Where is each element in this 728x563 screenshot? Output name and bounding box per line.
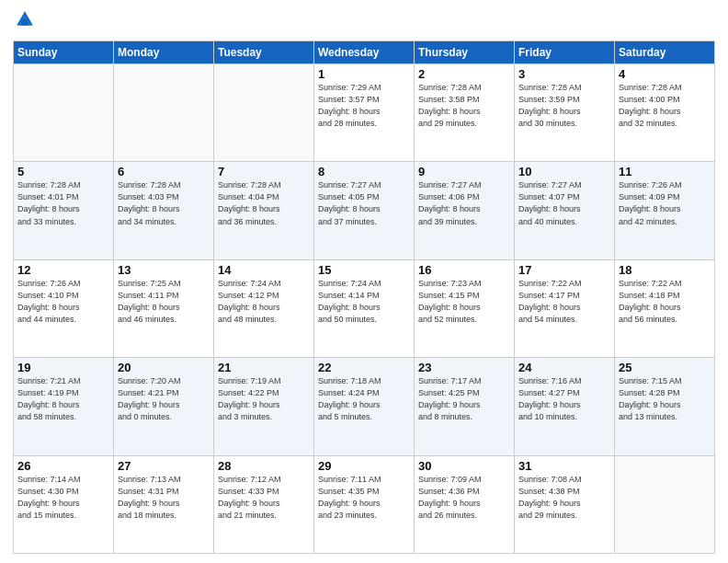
day-info: Sunrise: 7:18 AM Sunset: 4:24 PM Dayligh… — [318, 375, 410, 423]
day-info: Sunrise: 7:24 AM Sunset: 4:12 PM Dayligh… — [218, 278, 310, 326]
day-info: Sunrise: 7:27 AM Sunset: 4:06 PM Dayligh… — [418, 179, 510, 227]
day-cell: 1Sunrise: 7:29 AM Sunset: 3:57 PM Daylig… — [314, 64, 415, 162]
day-number: 31 — [518, 459, 610, 473]
day-cell: 8Sunrise: 7:27 AM Sunset: 4:05 PM Daylig… — [314, 162, 415, 259]
day-cell: 25Sunrise: 7:15 AM Sunset: 4:28 PM Dayli… — [615, 358, 715, 455]
day-info: Sunrise: 7:16 AM Sunset: 4:27 PM Dayligh… — [518, 375, 610, 423]
day-info: Sunrise: 7:08 AM Sunset: 4:38 PM Dayligh… — [518, 474, 610, 522]
day-cell — [114, 64, 214, 162]
day-info: Sunrise: 7:21 AM Sunset: 4:19 PM Dayligh… — [17, 375, 109, 423]
calendar-page: SundayMondayTuesdayWednesdayThursdayFrid… — [0, 0, 728, 563]
calendar-table: SundayMondayTuesdayWednesdayThursdayFrid… — [13, 40, 715, 554]
day-number: 5 — [17, 165, 109, 178]
day-cell: 17Sunrise: 7:22 AM Sunset: 4:17 PM Dayli… — [515, 259, 615, 357]
day-info: Sunrise: 7:19 AM Sunset: 4:22 PM Dayligh… — [218, 375, 310, 423]
day-number: 29 — [318, 459, 410, 473]
day-number: 22 — [318, 361, 410, 374]
day-cell: 14Sunrise: 7:24 AM Sunset: 4:12 PM Dayli… — [214, 259, 314, 357]
day-info: Sunrise: 7:28 AM Sunset: 3:58 PM Dayligh… — [418, 82, 510, 130]
day-number: 30 — [418, 459, 510, 473]
week-row-5: 26Sunrise: 7:14 AM Sunset: 4:30 PM Dayli… — [14, 455, 715, 553]
day-cell: 26Sunrise: 7:14 AM Sunset: 4:30 PM Dayli… — [14, 455, 114, 553]
day-number: 9 — [418, 165, 510, 178]
day-info: Sunrise: 7:14 AM Sunset: 4:30 PM Dayligh… — [17, 474, 109, 522]
day-cell: 9Sunrise: 7:27 AM Sunset: 4:06 PM Daylig… — [415, 162, 515, 259]
day-number: 11 — [619, 165, 711, 178]
day-cell: 20Sunrise: 7:20 AM Sunset: 4:21 PM Dayli… — [114, 358, 214, 455]
day-number: 19 — [17, 361, 109, 374]
day-number: 26 — [17, 459, 109, 473]
day-number: 13 — [118, 263, 210, 277]
day-number: 17 — [518, 263, 610, 277]
weekday-header-wednesday: Wednesday — [314, 41, 415, 64]
day-cell: 19Sunrise: 7:21 AM Sunset: 4:19 PM Dayli… — [14, 358, 114, 455]
day-number: 1 — [318, 67, 410, 81]
svg-rect-2 — [21, 18, 28, 25]
day-cell: 15Sunrise: 7:24 AM Sunset: 4:14 PM Dayli… — [314, 259, 415, 357]
day-number: 7 — [218, 165, 310, 178]
weekday-header-saturday: Saturday — [615, 41, 715, 64]
day-cell: 21Sunrise: 7:19 AM Sunset: 4:22 PM Dayli… — [214, 358, 314, 455]
day-number: 6 — [118, 165, 210, 178]
day-cell: 22Sunrise: 7:18 AM Sunset: 4:24 PM Dayli… — [314, 358, 415, 455]
day-number: 4 — [619, 67, 711, 81]
day-cell: 7Sunrise: 7:28 AM Sunset: 4:04 PM Daylig… — [214, 162, 314, 259]
weekday-header-sunday: Sunday — [14, 41, 114, 64]
day-info: Sunrise: 7:28 AM Sunset: 4:03 PM Dayligh… — [118, 179, 210, 227]
day-cell: 11Sunrise: 7:26 AM Sunset: 4:09 PM Dayli… — [615, 162, 715, 259]
day-number: 14 — [218, 263, 310, 277]
day-cell: 12Sunrise: 7:26 AM Sunset: 4:10 PM Dayli… — [14, 259, 114, 357]
day-number: 3 — [518, 67, 610, 81]
day-number: 18 — [619, 263, 711, 277]
day-cell — [615, 455, 715, 553]
day-cell: 18Sunrise: 7:22 AM Sunset: 4:18 PM Dayli… — [615, 259, 715, 357]
day-cell: 27Sunrise: 7:13 AM Sunset: 4:31 PM Dayli… — [114, 455, 214, 553]
logo-icon — [15, 9, 35, 29]
day-info: Sunrise: 7:22 AM Sunset: 4:17 PM Dayligh… — [518, 278, 610, 326]
day-info: Sunrise: 7:28 AM Sunset: 4:00 PM Dayligh… — [619, 82, 711, 130]
day-info: Sunrise: 7:13 AM Sunset: 4:31 PM Dayligh… — [118, 474, 210, 522]
weekday-header-tuesday: Tuesday — [214, 41, 314, 64]
weekday-header-monday: Monday — [114, 41, 214, 64]
day-number: 28 — [218, 459, 310, 473]
week-row-3: 12Sunrise: 7:26 AM Sunset: 4:10 PM Dayli… — [14, 259, 715, 357]
day-info: Sunrise: 7:23 AM Sunset: 4:15 PM Dayligh… — [418, 278, 510, 326]
day-info: Sunrise: 7:27 AM Sunset: 4:05 PM Dayligh… — [318, 179, 410, 227]
day-info: Sunrise: 7:29 AM Sunset: 3:57 PM Dayligh… — [318, 82, 410, 130]
day-cell: 3Sunrise: 7:28 AM Sunset: 3:59 PM Daylig… — [515, 64, 615, 162]
day-info: Sunrise: 7:28 AM Sunset: 3:59 PM Dayligh… — [518, 82, 610, 130]
day-info: Sunrise: 7:28 AM Sunset: 4:04 PM Dayligh… — [218, 179, 310, 227]
day-number: 12 — [17, 263, 109, 277]
day-number: 10 — [518, 165, 610, 178]
day-cell: 13Sunrise: 7:25 AM Sunset: 4:11 PM Dayli… — [114, 259, 214, 357]
day-cell — [214, 64, 314, 162]
day-cell: 28Sunrise: 7:12 AM Sunset: 4:33 PM Dayli… — [214, 455, 314, 553]
day-number: 8 — [318, 165, 410, 178]
day-info: Sunrise: 7:22 AM Sunset: 4:18 PM Dayligh… — [619, 278, 711, 326]
weekday-header-thursday: Thursday — [415, 41, 515, 64]
day-number: 15 — [318, 263, 410, 277]
day-cell: 4Sunrise: 7:28 AM Sunset: 4:00 PM Daylig… — [615, 64, 715, 162]
logo — [13, 9, 35, 33]
day-info: Sunrise: 7:26 AM Sunset: 4:09 PM Dayligh… — [619, 179, 711, 227]
weekday-header-row: SundayMondayTuesdayWednesdayThursdayFrid… — [14, 41, 715, 64]
day-cell: 23Sunrise: 7:17 AM Sunset: 4:25 PM Dayli… — [415, 358, 515, 455]
week-row-1: 1Sunrise: 7:29 AM Sunset: 3:57 PM Daylig… — [14, 64, 715, 162]
day-info: Sunrise: 7:12 AM Sunset: 4:33 PM Dayligh… — [218, 474, 310, 522]
weekday-header-friday: Friday — [515, 41, 615, 64]
day-number: 25 — [619, 361, 711, 374]
header — [13, 9, 715, 33]
day-info: Sunrise: 7:15 AM Sunset: 4:28 PM Dayligh… — [619, 375, 711, 423]
day-info: Sunrise: 7:27 AM Sunset: 4:07 PM Dayligh… — [518, 179, 610, 227]
day-number: 27 — [118, 459, 210, 473]
day-number: 20 — [118, 361, 210, 374]
day-info: Sunrise: 7:26 AM Sunset: 4:10 PM Dayligh… — [17, 278, 109, 326]
day-cell: 5Sunrise: 7:28 AM Sunset: 4:01 PM Daylig… — [14, 162, 114, 259]
day-info: Sunrise: 7:11 AM Sunset: 4:35 PM Dayligh… — [318, 474, 410, 522]
day-info: Sunrise: 7:09 AM Sunset: 4:36 PM Dayligh… — [418, 474, 510, 522]
day-cell: 2Sunrise: 7:28 AM Sunset: 3:58 PM Daylig… — [415, 64, 515, 162]
day-cell: 24Sunrise: 7:16 AM Sunset: 4:27 PM Dayli… — [515, 358, 615, 455]
day-number: 16 — [418, 263, 510, 277]
day-number: 2 — [418, 67, 510, 81]
day-info: Sunrise: 7:20 AM Sunset: 4:21 PM Dayligh… — [118, 375, 210, 423]
